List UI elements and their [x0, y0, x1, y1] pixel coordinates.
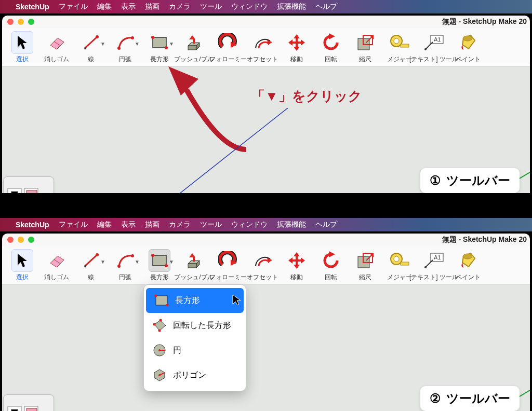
tool-select[interactable]: 選択 [6, 249, 38, 282]
menu-view[interactable]: 表示 [121, 2, 136, 11]
offset-icon [251, 249, 273, 272]
tool-arc[interactable]: ▼円弧 [109, 31, 141, 64]
chevron-down-icon[interactable]: ▼ [169, 259, 174, 265]
menu-camera[interactable]: カメラ [169, 220, 191, 229]
text-icon: A1 [423, 249, 445, 272]
minimize-button[interactable] [18, 237, 24, 243]
svg-point-64 [394, 256, 399, 262]
line-icon: ▼ [80, 31, 102, 54]
menu-help[interactable]: ヘルプ [315, 220, 337, 229]
svg-rect-15 [193, 39, 195, 44]
badge-number: ① [430, 173, 441, 188]
menu-camera[interactable]: カメラ [169, 2, 191, 11]
menu-edit[interactable]: 編集 [97, 2, 112, 11]
tool-label: 選択 [16, 55, 29, 64]
menu-draw[interactable]: 描画 [145, 220, 159, 229]
pushpull-icon [183, 249, 205, 272]
svg-point-70 [463, 254, 472, 259]
eraser-icon [46, 249, 68, 272]
tool-pushpull[interactable]: プッシュ/プル [178, 31, 210, 64]
menu-window[interactable]: ウィンドウ [231, 220, 268, 229]
svg-point-9 [151, 36, 154, 39]
tool-pushpull[interactable]: プッシュ/プル [178, 249, 210, 282]
tool-move[interactable]: 移動 [281, 249, 313, 282]
tool-move[interactable]: 移動 [281, 31, 313, 64]
menu-view[interactable]: 表示 [121, 220, 136, 229]
close-button[interactable] [7, 19, 14, 25]
svg-point-5 [96, 35, 99, 38]
minimize-button[interactable] [18, 19, 24, 25]
menu-window[interactable]: ウィンドウ [231, 2, 268, 11]
tool-offset[interactable]: オフセット [246, 249, 278, 282]
menu-ext[interactable]: 拡張機能 [277, 2, 306, 11]
svg-marker-19 [329, 33, 335, 39]
svg-text:A1: A1 [434, 254, 441, 261]
canvas[interactable]: 長方形 回転した長方形 円 ポリゴン ② ツールバー [2, 284, 530, 411]
line-icon: ▼ [80, 249, 102, 272]
svg-marker-57 [288, 252, 305, 269]
tool-arc[interactable]: ▼円弧 [109, 249, 141, 282]
tool-paint[interactable]: ペイント [452, 31, 484, 64]
tool-label: 消しゴム [44, 55, 69, 64]
tool-eraser[interactable]: 消しゴム [41, 249, 73, 282]
app-menu[interactable]: SketchUp [16, 221, 49, 229]
dropdown-item-rectangle[interactable]: 長方形 [146, 288, 244, 313]
tool-eraser[interactable]: 消しゴム [41, 31, 73, 64]
svg-marker-12 [188, 46, 196, 50]
tool-label: 線 [88, 55, 94, 64]
canvas[interactable]: 「▼」をクリック ① ツールバー [2, 66, 530, 193]
floating-palette[interactable] [3, 394, 54, 411]
rectangle-dropdown: 長方形 回転した長方形 円 ポリゴン [143, 284, 246, 391]
fullscreen-button[interactable] [28, 19, 34, 25]
chevron-down-icon[interactable]: ▼ [100, 41, 105, 47]
tool-scale[interactable]: 縮尺 [349, 31, 381, 64]
menu-help[interactable]: ヘルプ [315, 2, 337, 11]
menu-file[interactable]: ファイル [59, 220, 88, 229]
svg-point-76 [158, 330, 161, 332]
tool-line[interactable]: ▼線 [75, 31, 107, 64]
close-button[interactable] [7, 237, 14, 243]
chevron-down-icon[interactable]: ▼ [135, 259, 140, 265]
dropdown-item-rotated-rectangle[interactable]: 回転した長方形 [144, 313, 246, 338]
tool-rect[interactable]: ▼長方形 [143, 249, 176, 282]
tool-followme[interactable]: フォローミー [212, 31, 244, 64]
app-menu[interactable]: SketchUp [16, 3, 49, 11]
menu-tools[interactable]: ツール [200, 2, 222, 11]
arc-icon: ▼ [114, 249, 136, 272]
svg-marker-88 [26, 408, 37, 411]
chevron-down-icon[interactable]: ▼ [100, 259, 105, 265]
tool-line[interactable]: ▼線 [75, 249, 107, 282]
dropdown-item-polygon[interactable]: ポリゴン [144, 363, 246, 388]
menu-tools[interactable]: ツール [200, 220, 222, 229]
svg-marker-0 [18, 36, 27, 49]
menu-draw[interactable]: 描画 [145, 2, 159, 11]
tool-text[interactable]: A1[テキスト] ツール [418, 31, 450, 64]
window-titlebar: 無題 - SketchUp Make 20 [2, 234, 530, 246]
toolbar: 選択消しゴム▼線▼円弧▼長方形プッシュ/プルフォローミーオフセット移動回転縮尺メ… [2, 246, 530, 284]
tool-rotate[interactable]: 回転 [315, 249, 347, 282]
axis-line-blue [163, 108, 288, 193]
chevron-down-icon[interactable]: ▼ [169, 41, 174, 47]
menu-file[interactable]: ファイル [59, 2, 88, 11]
tool-label: 円弧 [119, 55, 131, 64]
svg-point-48 [151, 254, 154, 257]
tool-label: 円弧 [119, 273, 131, 282]
chevron-down-icon[interactable]: ▼ [135, 41, 140, 47]
tool-offset[interactable]: オフセット [246, 31, 278, 64]
tool-paint[interactable]: ペイント [452, 249, 484, 282]
tool-followme[interactable]: フォローミー [212, 249, 244, 282]
cursor-icon [232, 294, 242, 309]
floating-palette[interactable] [3, 176, 54, 193]
dropdown-item-circle[interactable]: 円 [144, 338, 246, 363]
svg-point-30 [424, 48, 427, 50]
tool-rect[interactable]: ▼長方形 [143, 31, 176, 64]
svg-rect-47 [153, 255, 166, 266]
tool-scale[interactable]: 縮尺 [349, 249, 381, 282]
tool-label: 消しゴム [44, 273, 69, 282]
fullscreen-button[interactable] [28, 237, 34, 243]
menu-edit[interactable]: 編集 [97, 220, 112, 229]
tool-select[interactable]: 選択 [6, 31, 38, 64]
menu-ext[interactable]: 拡張機能 [277, 220, 306, 229]
tool-rotate[interactable]: 回転 [315, 31, 347, 64]
tool-text[interactable]: A1[テキスト] ツール [418, 249, 450, 282]
